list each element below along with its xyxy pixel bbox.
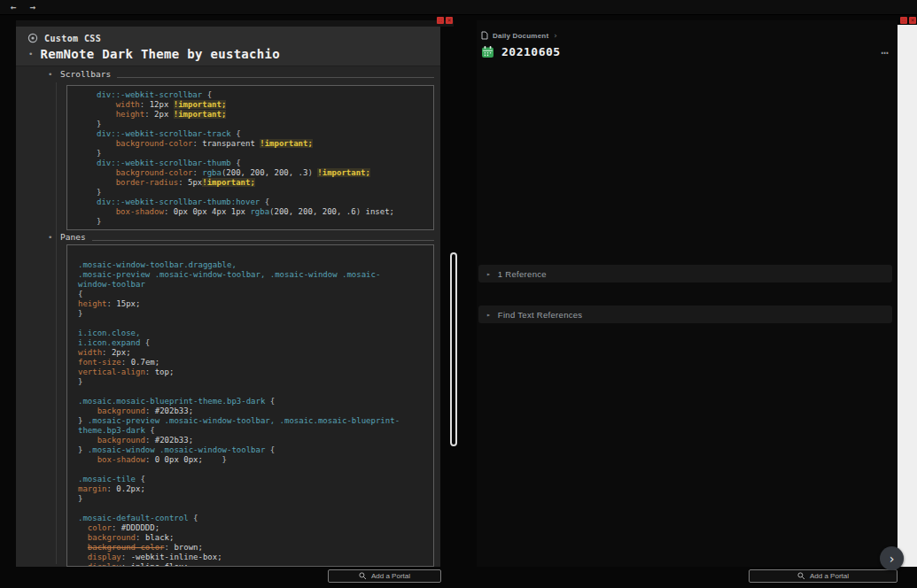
back-arrow-icon[interactable]: ← (11, 1, 17, 14)
custom-css-icon (27, 33, 38, 43)
breadcrumb[interactable]: Daily Document › (481, 31, 558, 40)
expand-arrow-icon[interactable]: ▸ (486, 311, 491, 319)
rem-bullet[interactable]: • (48, 233, 58, 242)
section-scrollbars: • Scrollbars (48, 69, 434, 79)
doc-type-row: Custom CSS (27, 33, 431, 43)
help-button[interactable]: › (880, 546, 904, 570)
drag-handle-icon[interactable]: ∷ (900, 17, 907, 24)
section-label-panes[interactable]: Panes (60, 232, 86, 242)
right-add-portal[interactable]: Add a Portal (749, 569, 898, 583)
doc-title-row: • RemNote Dark Theme by eustachio (27, 47, 431, 61)
more-options-icon[interactable]: ⋯ (882, 48, 890, 57)
chevron-right-icon: › (553, 32, 557, 39)
code-block-panes[interactable]: .mosaic-window-toolbar.draggable,.mosaic… (66, 244, 434, 567)
right-pane: Daily Document › 20210605 ⋯ ▸ 1 Referenc… (477, 20, 898, 567)
drag-handle-icon[interactable]: ∷ (437, 17, 444, 24)
expand-arrow-icon[interactable]: ▸ (486, 270, 491, 278)
indent-guide (56, 82, 57, 564)
document-title[interactable]: RemNote Dark Theme by eustachio (40, 47, 280, 61)
left-pane-toolbar[interactable] (16, 20, 454, 27)
close-icon[interactable]: ✕ (446, 17, 453, 24)
references-section[interactable]: ▸ 1 Reference (478, 265, 892, 282)
right-pane-controls: ∷ ✕ (900, 17, 916, 24)
title-row: 20210605 ⋯ (481, 45, 890, 58)
left-pane-header: Custom CSS • RemNote Dark Theme by eusta… (16, 27, 440, 66)
section-divider (117, 71, 434, 78)
forward-arrow-icon[interactable]: → (30, 1, 36, 14)
left-pane-controls: ∷ ✕ (437, 17, 453, 24)
calendar-icon (481, 45, 494, 58)
code-block-scrollbars[interactable]: div::-webkit-scrollbar { width: 12px !im… (66, 85, 434, 230)
search-icon (797, 572, 805, 580)
left-pane-content: • Scrollbars div::-webkit-scrollbar { wi… (16, 66, 440, 567)
breadcrumb-label[interactable]: Daily Document (493, 32, 548, 40)
portal-placeholder: Add a Portal (371, 572, 410, 580)
right-pane-scrollbar-track[interactable] (898, 25, 917, 567)
section-panes: • Panes (48, 232, 434, 242)
references-label: 1 Reference (498, 269, 547, 279)
top-navigation-bar: ← → (0, 0, 917, 15)
daily-document-title[interactable]: 20210605 (501, 45, 561, 58)
search-icon (359, 572, 367, 580)
section-divider (92, 234, 434, 241)
rem-bullet[interactable]: • (28, 50, 33, 58)
section-label-scrollbars[interactable]: Scrollbars (60, 69, 111, 79)
close-icon[interactable]: ✕ (909, 17, 916, 24)
document-icon (481, 31, 488, 40)
left-add-portal[interactable]: Add a Portal (328, 569, 441, 583)
left-pane-scrollbar-thumb[interactable] (450, 252, 457, 446)
portal-placeholder: Add a Portal (810, 572, 849, 580)
find-text-references-section[interactable]: ▸ Find Text References (478, 306, 892, 323)
rem-bullet[interactable]: • (48, 70, 58, 79)
find-text-references-label: Find Text References (498, 310, 583, 320)
document-type-label: Custom CSS (44, 34, 101, 43)
